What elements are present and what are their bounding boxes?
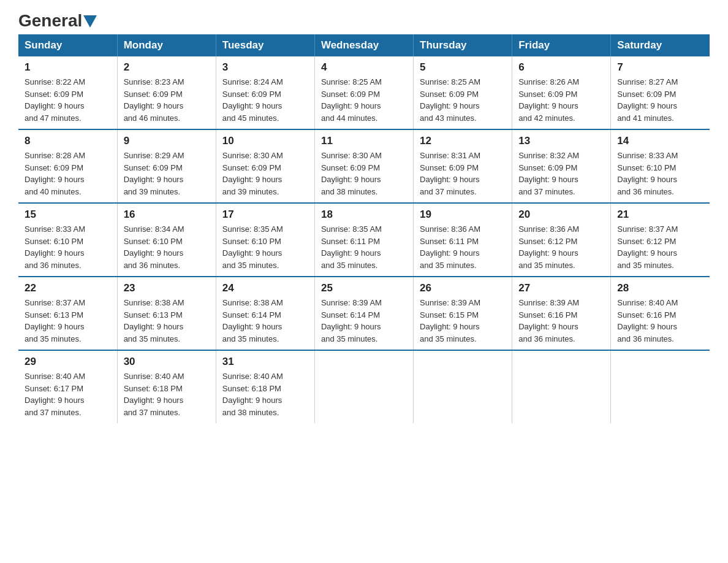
calendar-week-2: 8Sunrise: 8:28 AMSunset: 6:09 PMDaylight… bbox=[18, 129, 710, 203]
calendar-day-10: 10Sunrise: 8:30 AMSunset: 6:09 PMDayligh… bbox=[216, 129, 314, 203]
calendar-day-14: 14Sunrise: 8:33 AMSunset: 6:10 PMDayligh… bbox=[611, 129, 710, 203]
day-info: Sunrise: 8:34 AMSunset: 6:10 PMDaylight:… bbox=[124, 223, 210, 271]
day-info: Sunrise: 8:38 AMSunset: 6:13 PMDaylight:… bbox=[124, 297, 210, 345]
day-number: 3 bbox=[222, 61, 308, 74]
calendar-day-6: 6Sunrise: 8:26 AMSunset: 6:09 PMDaylight… bbox=[512, 56, 611, 129]
day-info: Sunrise: 8:25 AMSunset: 6:09 PMDaylight:… bbox=[420, 76, 506, 124]
calendar-day-2: 2Sunrise: 8:23 AMSunset: 6:09 PMDaylight… bbox=[117, 56, 216, 129]
calendar-day-30: 30Sunrise: 8:40 AMSunset: 6:18 PMDayligh… bbox=[117, 350, 216, 423]
day-number: 7 bbox=[617, 61, 703, 74]
day-number: 15 bbox=[25, 209, 111, 221]
calendar-day-7: 7Sunrise: 8:27 AMSunset: 6:09 PMDaylight… bbox=[611, 56, 710, 129]
day-info: Sunrise: 8:40 AMSunset: 6:18 PMDaylight:… bbox=[124, 370, 210, 418]
logo: General bbox=[18, 12, 97, 28]
day-number: 26 bbox=[420, 282, 506, 294]
day-number: 31 bbox=[222, 356, 308, 368]
calendar-day-12: 12Sunrise: 8:31 AMSunset: 6:09 PMDayligh… bbox=[414, 129, 512, 203]
day-info: Sunrise: 8:39 AMSunset: 6:16 PMDaylight:… bbox=[518, 297, 604, 345]
day-info: Sunrise: 8:33 AMSunset: 6:10 PMDaylight:… bbox=[25, 223, 111, 271]
day-info: Sunrise: 8:24 AMSunset: 6:09 PMDaylight:… bbox=[222, 76, 308, 124]
day-info: Sunrise: 8:36 AMSunset: 6:12 PMDaylight:… bbox=[518, 223, 604, 271]
day-info: Sunrise: 8:40 AMSunset: 6:17 PMDaylight:… bbox=[25, 370, 111, 418]
day-number: 16 bbox=[124, 209, 210, 221]
day-info: Sunrise: 8:26 AMSunset: 6:09 PMDaylight:… bbox=[518, 76, 604, 124]
calendar-day-8: 8Sunrise: 8:28 AMSunset: 6:09 PMDaylight… bbox=[18, 129, 117, 203]
calendar-day-11: 11Sunrise: 8:30 AMSunset: 6:09 PMDayligh… bbox=[314, 129, 413, 203]
empty-cell bbox=[314, 350, 413, 423]
header-monday: Monday bbox=[117, 34, 216, 56]
calendar-day-20: 20Sunrise: 8:36 AMSunset: 6:12 PMDayligh… bbox=[512, 203, 611, 277]
day-number: 18 bbox=[321, 209, 407, 221]
calendar-week-5: 29Sunrise: 8:40 AMSunset: 6:17 PMDayligh… bbox=[18, 350, 710, 423]
empty-cell bbox=[611, 350, 710, 423]
day-number: 11 bbox=[321, 135, 407, 147]
day-info: Sunrise: 8:37 AMSunset: 6:13 PMDaylight:… bbox=[25, 297, 111, 345]
header-friday: Friday bbox=[512, 34, 611, 56]
header-tuesday: Tuesday bbox=[216, 34, 314, 56]
day-number: 27 bbox=[518, 282, 604, 294]
day-info: Sunrise: 8:40 AMSunset: 6:18 PMDaylight:… bbox=[222, 370, 308, 418]
header-sunday: Sunday bbox=[18, 34, 117, 56]
calendar-day-21: 21Sunrise: 8:37 AMSunset: 6:12 PMDayligh… bbox=[611, 203, 710, 277]
day-number: 22 bbox=[25, 282, 111, 294]
calendar-day-4: 4Sunrise: 8:25 AMSunset: 6:09 PMDaylight… bbox=[314, 56, 413, 129]
calendar-day-22: 22Sunrise: 8:37 AMSunset: 6:13 PMDayligh… bbox=[18, 277, 117, 350]
calendar-day-26: 26Sunrise: 8:39 AMSunset: 6:15 PMDayligh… bbox=[414, 277, 512, 350]
day-number: 10 bbox=[222, 135, 308, 147]
calendar-day-18: 18Sunrise: 8:35 AMSunset: 6:11 PMDayligh… bbox=[314, 203, 413, 277]
calendar-day-31: 31Sunrise: 8:40 AMSunset: 6:18 PMDayligh… bbox=[216, 350, 314, 423]
calendar-day-16: 16Sunrise: 8:34 AMSunset: 6:10 PMDayligh… bbox=[117, 203, 216, 277]
calendar-table: SundayMondayTuesdayWednesdayThursdayFrid… bbox=[18, 34, 710, 423]
day-info: Sunrise: 8:32 AMSunset: 6:09 PMDaylight:… bbox=[518, 150, 604, 197]
day-number: 9 bbox=[124, 135, 210, 147]
calendar-day-29: 29Sunrise: 8:40 AMSunset: 6:17 PMDayligh… bbox=[18, 350, 117, 423]
day-info: Sunrise: 8:28 AMSunset: 6:09 PMDaylight:… bbox=[25, 150, 111, 197]
day-info: Sunrise: 8:35 AMSunset: 6:11 PMDaylight:… bbox=[321, 223, 407, 271]
day-number: 19 bbox=[420, 209, 506, 221]
empty-cell bbox=[512, 350, 611, 423]
day-number: 12 bbox=[420, 135, 506, 147]
calendar-week-1: 1Sunrise: 8:22 AMSunset: 6:09 PMDaylight… bbox=[18, 56, 710, 129]
day-number: 2 bbox=[124, 61, 210, 74]
day-info: Sunrise: 8:36 AMSunset: 6:11 PMDaylight:… bbox=[420, 223, 506, 271]
day-info: Sunrise: 8:35 AMSunset: 6:10 PMDaylight:… bbox=[222, 223, 308, 271]
day-info: Sunrise: 8:25 AMSunset: 6:09 PMDaylight:… bbox=[321, 76, 407, 124]
calendar-day-13: 13Sunrise: 8:32 AMSunset: 6:09 PMDayligh… bbox=[512, 129, 611, 203]
calendar-day-1: 1Sunrise: 8:22 AMSunset: 6:09 PMDaylight… bbox=[18, 56, 117, 129]
day-number: 20 bbox=[518, 209, 604, 221]
day-number: 14 bbox=[617, 135, 703, 147]
day-info: Sunrise: 8:30 AMSunset: 6:09 PMDaylight:… bbox=[222, 150, 308, 197]
calendar-week-4: 22Sunrise: 8:37 AMSunset: 6:13 PMDayligh… bbox=[18, 277, 710, 350]
day-number: 1 bbox=[25, 61, 111, 74]
day-number: 4 bbox=[321, 61, 407, 74]
calendar-header-row: SundayMondayTuesdayWednesdayThursdayFrid… bbox=[18, 34, 710, 56]
calendar-day-24: 24Sunrise: 8:38 AMSunset: 6:14 PMDayligh… bbox=[216, 277, 314, 350]
day-info: Sunrise: 8:39 AMSunset: 6:15 PMDaylight:… bbox=[420, 297, 506, 345]
day-info: Sunrise: 8:37 AMSunset: 6:12 PMDaylight:… bbox=[617, 223, 703, 271]
day-info: Sunrise: 8:29 AMSunset: 6:09 PMDaylight:… bbox=[124, 150, 210, 197]
logo-general: General bbox=[18, 12, 82, 29]
day-info: Sunrise: 8:33 AMSunset: 6:10 PMDaylight:… bbox=[617, 150, 703, 197]
calendar-day-19: 19Sunrise: 8:36 AMSunset: 6:11 PMDayligh… bbox=[414, 203, 512, 277]
header-saturday: Saturday bbox=[611, 34, 710, 56]
day-number: 29 bbox=[25, 356, 111, 368]
day-number: 17 bbox=[222, 209, 308, 221]
calendar-week-3: 15Sunrise: 8:33 AMSunset: 6:10 PMDayligh… bbox=[18, 203, 710, 277]
calendar-day-28: 28Sunrise: 8:40 AMSunset: 6:16 PMDayligh… bbox=[611, 277, 710, 350]
day-info: Sunrise: 8:39 AMSunset: 6:14 PMDaylight:… bbox=[321, 297, 407, 345]
day-number: 8 bbox=[25, 135, 111, 147]
day-number: 28 bbox=[617, 282, 703, 294]
logo-arrow-icon bbox=[83, 15, 97, 28]
header-thursday: Thursday bbox=[414, 34, 512, 56]
day-number: 5 bbox=[420, 61, 506, 74]
day-info: Sunrise: 8:27 AMSunset: 6:09 PMDaylight:… bbox=[617, 76, 703, 124]
calendar-day-15: 15Sunrise: 8:33 AMSunset: 6:10 PMDayligh… bbox=[18, 203, 117, 277]
day-number: 6 bbox=[518, 61, 604, 74]
calendar-day-5: 5Sunrise: 8:25 AMSunset: 6:09 PMDaylight… bbox=[414, 56, 512, 129]
day-info: Sunrise: 8:38 AMSunset: 6:14 PMDaylight:… bbox=[222, 297, 308, 345]
calendar-day-9: 9Sunrise: 8:29 AMSunset: 6:09 PMDaylight… bbox=[117, 129, 216, 203]
calendar-day-3: 3Sunrise: 8:24 AMSunset: 6:09 PMDaylight… bbox=[216, 56, 314, 129]
calendar-day-23: 23Sunrise: 8:38 AMSunset: 6:13 PMDayligh… bbox=[117, 277, 216, 350]
calendar-day-25: 25Sunrise: 8:39 AMSunset: 6:14 PMDayligh… bbox=[314, 277, 413, 350]
calendar-day-27: 27Sunrise: 8:39 AMSunset: 6:16 PMDayligh… bbox=[512, 277, 611, 350]
